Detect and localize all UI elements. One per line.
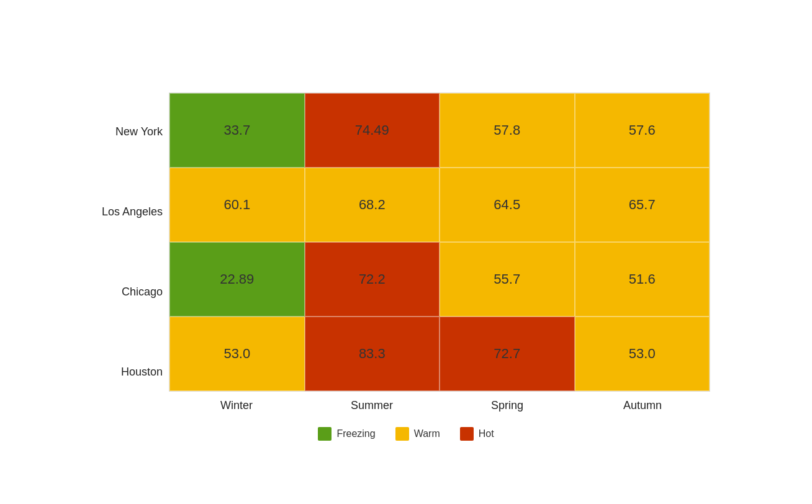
- row-labels: New YorkLos AngelesChicagoHouston: [102, 92, 169, 412]
- heatmap-cell: 72.2: [305, 242, 440, 317]
- heatmap-cell: 74.49: [305, 93, 440, 168]
- heatmap-cell: 53.0: [169, 317, 304, 391]
- legend-swatch: [318, 427, 332, 441]
- heatmap-cell: 33.7: [169, 93, 304, 168]
- heatmap-cell: 65.7: [575, 168, 710, 242]
- heatmap-cell: 72.7: [440, 317, 574, 391]
- heatmap-cell: 64.5: [440, 168, 574, 242]
- heatmap-cell: 51.6: [575, 242, 710, 317]
- grid-area: 33.774.4957.857.660.168.264.565.722.8972…: [169, 92, 710, 412]
- legend-label: Warm: [414, 428, 440, 439]
- heatmap-cell: 53.0: [575, 317, 710, 391]
- col-label: Autumn: [575, 399, 710, 412]
- heatmap-cell: 55.7: [440, 242, 574, 317]
- legend-swatch: [395, 427, 409, 441]
- heatmap-cell: 22.89: [169, 242, 304, 317]
- heatmap-grid: 33.774.4957.857.660.168.264.565.722.8972…: [169, 92, 710, 392]
- col-label: Winter: [169, 399, 304, 412]
- legend-item: Hot: [460, 427, 494, 441]
- row-label: Houston: [102, 335, 163, 409]
- heatmap-cell: 57.8: [440, 93, 574, 168]
- legend-swatch: [460, 427, 474, 441]
- legend-item: Freezing: [318, 427, 375, 441]
- legend: FreezingWarmHot: [318, 427, 494, 441]
- col-labels: WinterSummerSpringAutumn: [169, 399, 710, 412]
- chart-container: New YorkLos AngelesChicagoHouston 33.774…: [0, 0, 812, 504]
- heatmap-cell: 83.3: [305, 317, 440, 391]
- row-label: Chicago: [102, 254, 163, 329]
- chart-body: New YorkLos AngelesChicagoHouston 33.774…: [102, 92, 710, 412]
- legend-label: Hot: [479, 428, 494, 439]
- col-label: Spring: [440, 399, 575, 412]
- legend-label: Freezing: [336, 428, 375, 439]
- row-label: Los Angeles: [102, 175, 163, 250]
- col-label: Summer: [304, 399, 440, 412]
- row-label: New York: [102, 95, 163, 169]
- heatmap-cell: 60.1: [169, 168, 304, 242]
- legend-item: Warm: [395, 427, 440, 441]
- heatmap-cell: 57.6: [575, 93, 710, 168]
- heatmap-cell: 68.2: [305, 168, 440, 242]
